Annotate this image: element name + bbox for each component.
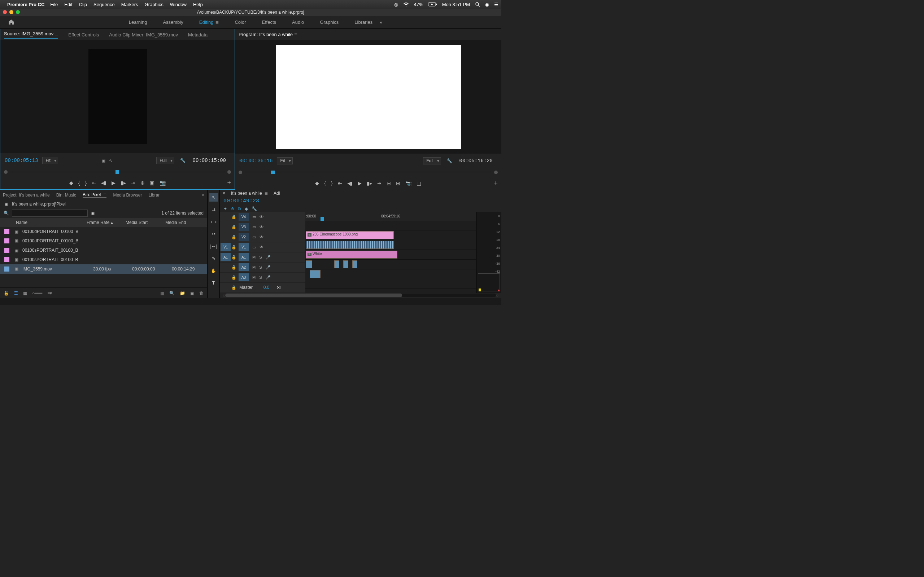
search-input[interactable]	[12, 210, 88, 217]
clip-v3[interactable]: fx235 Cinemascope 1080.png	[306, 231, 394, 239]
menu-markers[interactable]: Markers	[121, 2, 138, 7]
project-row[interactable]: ▣ 00100dPORTRAIT_00100_B	[0, 227, 207, 236]
tab-source[interactable]: Source: IMG_3559.mov☰	[4, 31, 58, 39]
workspace-assembly[interactable]: Assembly	[155, 16, 191, 28]
clip-a2[interactable]	[310, 270, 320, 278]
razor-tool-icon[interactable]: ✂	[209, 230, 218, 239]
workspace-libraries[interactable]: Libraries	[347, 16, 380, 28]
p-extract-icon[interactable]: ⊞	[396, 180, 400, 186]
clock[interactable]: Mon 3:51 PM	[442, 2, 470, 7]
workspace-color[interactable]: Color	[227, 16, 254, 28]
ripple-tool-icon[interactable]: ⟷	[209, 218, 218, 226]
cc-icon[interactable]: ◎	[394, 2, 398, 7]
workspace-effects[interactable]: Effects	[254, 16, 284, 28]
source-zoom-dropdown[interactable]: Fit	[42, 157, 58, 164]
snap-icon[interactable]: ⋒	[231, 206, 234, 211]
list-view-icon[interactable]: ☰	[14, 291, 18, 296]
scroll-end-left[interactable]: ○	[223, 293, 225, 298]
p-add-icon[interactable]: +	[494, 180, 498, 187]
col-name[interactable]: Name	[4, 220, 87, 225]
track-area[interactable]: :00:00 00:04:59:16 fx235 Cinemascope 108…	[305, 212, 476, 293]
track-v2[interactable]: 🔒V2▭👁	[220, 232, 305, 242]
timeline-ruler[interactable]: :00:00 00:04:59:16	[305, 212, 476, 221]
track-a2[interactable]: 🔒A2MS🎤	[220, 263, 305, 272]
p-out-icon[interactable]: }	[331, 180, 333, 186]
program-monitor[interactable]	[235, 40, 501, 154]
export-frame-icon[interactable]: 📷	[160, 180, 166, 186]
minimize-window[interactable]	[10, 10, 13, 14]
p-mark-icon[interactable]: ◆	[315, 180, 319, 186]
workspace-audio[interactable]: Audio	[284, 16, 312, 28]
workspace-overflow[interactable]: »	[380, 19, 382, 25]
scroll-end-right[interactable]: ○	[496, 293, 498, 298]
go-in-icon[interactable]: ⇤	[92, 180, 96, 186]
sort-icon[interactable]: ≡▾	[47, 291, 52, 296]
zoom-window[interactable]	[16, 10, 20, 14]
project-overflow-icon[interactable]: »	[202, 193, 204, 198]
program-res-dropdown[interactable]: Full	[423, 157, 441, 164]
tab-project[interactable]: Project: It's been a while	[3, 193, 50, 198]
workspace-menu-icon[interactable]: ☰	[215, 21, 219, 24]
clip-a1-4[interactable]	[352, 260, 357, 268]
type-tool-icon[interactable]: T	[209, 279, 218, 287]
clip-v1[interactable]: fxWhite	[306, 251, 397, 259]
track-master[interactable]: 🔒Master0.0⋈	[220, 283, 305, 293]
clip-a1-3[interactable]	[343, 260, 348, 268]
program-timecode-current[interactable]: 00:00:36:16	[239, 158, 273, 164]
menu-icon[interactable]: ☰	[494, 2, 498, 7]
step-fwd-icon[interactable]: ▮▸	[121, 180, 126, 186]
menu-clip[interactable]: Clip	[79, 2, 87, 7]
source-res-dropdown[interactable]: Full	[156, 157, 174, 164]
program-zoom-dropdown[interactable]: Fit	[277, 157, 292, 164]
icon-view-icon[interactable]: ▦	[23, 291, 27, 296]
slip-tool-icon[interactable]: |↔|	[209, 242, 218, 251]
spotlight-icon[interactable]	[475, 2, 480, 7]
menu-help[interactable]: Help	[193, 2, 203, 7]
menu-sequence[interactable]: Sequence	[94, 2, 115, 7]
pen-tool-icon[interactable]: ✎	[209, 254, 218, 263]
selection-tool-icon[interactable]: ↖	[209, 193, 218, 201]
zoom-slider[interactable]: ○━━━	[32, 291, 42, 296]
find-icon[interactable]: 🔍	[169, 291, 175, 296]
menu-file[interactable]: File	[50, 2, 58, 7]
track-a3[interactable]: 🔒A3MS🎤	[220, 272, 305, 283]
source-monitor[interactable]	[0, 40, 234, 153]
trash-icon[interactable]: 🗑	[199, 291, 204, 296]
tab-libraries[interactable]: Librar	[149, 193, 160, 198]
project-row[interactable]: ▣ IMG_3559.mov 30.00 fps 00:00:00:00 00:…	[0, 264, 207, 274]
program-ruler[interactable]	[235, 168, 501, 177]
tab-program[interactable]: Program: It's been a while☰	[239, 32, 297, 37]
lock-icon[interactable]: 🔓	[3, 291, 9, 296]
drag-audio-icon[interactable]: ∿	[109, 158, 113, 163]
tab-media-browser[interactable]: Media Browser	[113, 193, 142, 198]
close-window[interactable]	[3, 10, 7, 14]
marker-icon[interactable]: ◆	[245, 206, 248, 211]
source-ruler[interactable]	[0, 168, 234, 176]
play-icon[interactable]: ▶	[111, 180, 115, 186]
p-goin-icon[interactable]: ⇤	[338, 180, 342, 186]
p-lift-icon[interactable]: ⊟	[386, 180, 391, 186]
sequence-tab[interactable]: It's been a while ☰	[231, 191, 268, 196]
project-row[interactable]: ▣ 00100sPORTRAIT_00100_B	[0, 255, 207, 264]
insert-icon[interactable]: ⊕	[141, 180, 145, 186]
siri-icon[interactable]: ◉	[485, 2, 489, 7]
wifi-icon[interactable]	[403, 2, 409, 6]
menu-graphics[interactable]: Graphics	[145, 2, 163, 7]
step-back-icon[interactable]: ◂▮	[101, 180, 107, 186]
add-button-icon[interactable]: +	[227, 179, 231, 187]
tab-bin-music[interactable]: Bin: Music	[56, 193, 76, 198]
tab-metadata[interactable]: Metadata	[188, 32, 208, 37]
project-row[interactable]: ▣ 00100dPORTRAIT_00100_B	[0, 236, 207, 246]
go-out-icon[interactable]: ⇥	[131, 180, 135, 186]
clip-v2[interactable]	[306, 241, 394, 249]
track-v4[interactable]: 🔒V4▭👁	[220, 212, 305, 222]
overwrite-icon[interactable]: ▣	[150, 180, 155, 186]
track-v1[interactable]: V1🔒V1▭👁	[220, 242, 305, 253]
tl-settings-icon[interactable]: 🔧	[252, 206, 257, 211]
clip-a1-1[interactable]	[306, 260, 312, 268]
close-seq-icon[interactable]: ×	[223, 191, 225, 196]
project-row[interactable]: ▣ 00100sPORTRAIT_00100_B	[0, 246, 207, 255]
p-goout-icon[interactable]: ⇥	[377, 180, 381, 186]
p-snapshot-icon[interactable]: 📷	[405, 180, 412, 186]
menu-edit[interactable]: Edit	[64, 2, 72, 7]
